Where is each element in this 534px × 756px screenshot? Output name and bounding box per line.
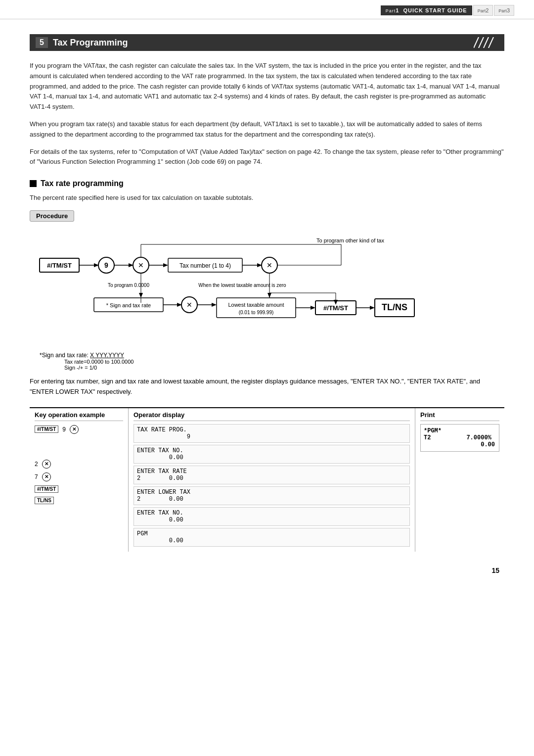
part1-label: Part — [386, 8, 396, 13]
key-op-row-2 — [35, 438, 123, 456]
svg-text:To program other kind of tax: To program other kind of tax — [316, 237, 384, 243]
flow-diagram: To program other kind of tax #/TM/ST 9 ✕ — [30, 234, 504, 344]
sign-note-details: Tax rate=0.0000 to 100.0000 Sign -/+ = 1… — [64, 359, 504, 371]
print-header: Print — [420, 411, 499, 421]
key-op-row-3: 2 ✕ — [35, 460, 123, 469]
svg-text:To program  0.0000: To program 0.0000 — [108, 283, 149, 288]
header-part2: Part2 — [473, 5, 493, 16]
svg-marker-50 — [370, 306, 375, 310]
black-square-icon — [30, 180, 37, 187]
svg-marker-30 — [139, 293, 143, 298]
svg-line-3 — [489, 37, 493, 48]
subsection-title-text: Tax rate programming — [41, 179, 124, 188]
header-part3: Part3 — [494, 5, 514, 16]
tmst-key-small-2: #/TM/ST — [35, 485, 58, 493]
page-content: 5 Tax Programming If you program the VAT… — [0, 19, 534, 594]
svg-marker-41 — [212, 303, 217, 307]
key-op-row-5: #/TM/ST — [35, 485, 123, 493]
svg-line-1 — [479, 37, 484, 48]
decorative-lines — [474, 37, 498, 48]
svg-text:When the lowest taxable amount: When the lowest taxable amount is zero — [198, 283, 286, 288]
svg-text:Tax number (1 to 4): Tax number (1 to 4) — [179, 262, 231, 269]
operator-display-column: Operator display TAX RATE PROG. 9 ENTER … — [129, 408, 415, 552]
page-header: Part1 QUICK START GUIDE Part2 Part3 — [0, 0, 534, 19]
body-paragraph-3: For details of the tax systems, refer to… — [30, 147, 504, 168]
svg-text:✕: ✕ — [186, 301, 192, 309]
part1-num: 1 — [396, 7, 399, 13]
example-table: Key operation example #/TM/ST 9 ✕ 2 ✕ 7 … — [30, 407, 504, 552]
section-number: 5 — [36, 37, 48, 48]
svg-marker-46 — [311, 306, 315, 310]
tlns-key-small: TL/NS — [35, 497, 54, 504]
sign-note-sub1: Tax rate=0.0000 to 100.0000 — [64, 359, 504, 365]
svg-text:Lowest taxable amount: Lowest taxable amount — [228, 302, 284, 308]
body-paragraph-1: If you program the VAT/tax, the cash reg… — [30, 61, 504, 112]
svg-text:* Sign and tax rate: * Sign and tax rate — [106, 302, 151, 308]
nine-key: 9 — [62, 426, 66, 433]
x-circle-2: ✕ — [42, 460, 51, 469]
display-row-3: ENTER TAX RATE 2 0.00 — [134, 466, 410, 484]
display-row-5: ENTER TAX NO. 0.00 — [134, 507, 410, 526]
section-title: Tax Programming — [53, 38, 474, 48]
x-circle-3: ✕ — [42, 472, 51, 481]
tmst-key-small-1: #/TM/ST — [35, 425, 58, 433]
section-title-bar: 5 Tax Programming — [30, 34, 504, 51]
print-column: Print *PGM* T2 7.0000% 0.00 — [415, 408, 504, 552]
x-circle-1: ✕ — [70, 425, 79, 434]
svg-text:9: 9 — [104, 261, 108, 269]
guidance-text: For entering tax number, sign and tax ra… — [30, 377, 504, 397]
key-op-row-6: TL/NS — [35, 497, 123, 504]
svg-text:#/TM/ST: #/TM/ST — [47, 262, 72, 269]
sign-note-sub2: Sign -/+ = 1/0 — [64, 365, 504, 371]
key-operation-column: Key operation example #/TM/ST 9 ✕ 2 ✕ 7 … — [30, 408, 129, 552]
svg-text:(0.01 to 999.99): (0.01 to 999.99) — [239, 310, 274, 315]
sign-note: *Sign and tax rate: X YYY.YYYY Tax rate=… — [40, 352, 504, 371]
header-part1: Part1 QUICK START GUIDE — [381, 5, 472, 15]
header-navigation: Part1 QUICK START GUIDE Part2 Part3 — [381, 5, 514, 16]
body-paragraph-2: When you program tax rate(s) and taxable… — [30, 119, 504, 140]
display-row-6: PGM 0.00 — [134, 528, 410, 547]
sign-note-main: *Sign and tax rate: X YYY.YYYY — [40, 352, 504, 359]
display-row-4: ENTER LOWER TAX 2 0.00 — [134, 486, 410, 505]
svg-text:#/TM/ST: #/TM/ST — [323, 304, 348, 312]
procedure-badge: Procedure — [30, 210, 74, 222]
display-row-2: ENTER TAX NO. 0.00 — [134, 445, 410, 464]
subsection-description: The percent rate specified here is used … — [30, 193, 504, 203]
svg-text:✕: ✕ — [138, 261, 144, 269]
svg-line-2 — [484, 37, 489, 48]
svg-marker-17 — [163, 263, 168, 267]
key-op-row-4: 7 ✕ — [35, 472, 123, 481]
flow-svg: To program other kind of tax #/TM/ST 9 ✕ — [30, 234, 504, 342]
subsection-title: Tax rate programming — [30, 179, 504, 188]
page-number: 15 — [30, 567, 504, 574]
svg-line-0 — [474, 37, 479, 48]
print-box: *PGM* T2 7.0000% 0.00 — [420, 424, 499, 452]
op-display-header: Operator display — [134, 411, 410, 421]
display-row-1: TAX RATE PROG. 9 — [134, 424, 410, 443]
svg-text:✕: ✕ — [267, 261, 272, 269]
key-op-header: Key operation example — [35, 411, 123, 421]
part1-title: QUICK START GUIDE — [403, 7, 467, 13]
key-op-row-1: #/TM/ST 9 ✕ — [35, 425, 123, 434]
svg-text:TL/NS: TL/NS — [382, 302, 407, 312]
